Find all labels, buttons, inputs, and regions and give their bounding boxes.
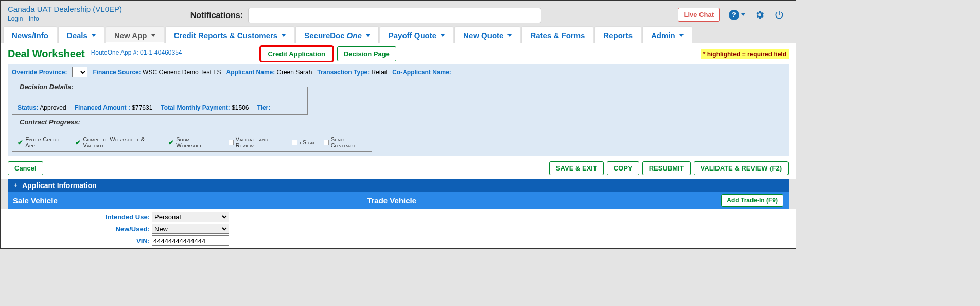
help-dropdown[interactable]: ?	[729, 10, 745, 20]
required-field-note: * highlighted = required field	[701, 49, 789, 59]
status-value: Approved	[40, 104, 66, 111]
applicant-info-header[interactable]: + Applicant Information	[8, 179, 789, 192]
contract-progress-legend: Contract Progress:	[18, 118, 82, 126]
add-trade-in-button[interactable]: Add Trade-In (F9)	[721, 194, 783, 207]
financed-amount-label: Financed Amount :	[75, 104, 130, 111]
decision-details-fieldset: Decision Details: Status: Approved Finan…	[12, 83, 308, 115]
login-link[interactable]: Login	[8, 15, 23, 22]
tab-admin[interactable]: Admin	[642, 26, 692, 43]
new-used-select[interactable]: New	[152, 224, 229, 234]
tab-deals[interactable]: Deals	[58, 26, 104, 43]
tab-credit-reports[interactable]: Credit Reports & Customers	[165, 26, 295, 43]
live-chat-button[interactable]: Live Chat	[678, 8, 720, 22]
expand-icon: +	[12, 182, 19, 189]
caret-down-icon	[679, 34, 684, 37]
tab-new-quote[interactable]: New Quote	[454, 26, 520, 43]
step-submit-worksheet: Submit Worksheet	[176, 136, 219, 148]
financed-amount-value: $77631	[132, 104, 152, 111]
caret-down-icon	[441, 34, 445, 37]
tab-reports[interactable]: Reports	[594, 26, 641, 43]
dealer-name: Canada UAT Dealership (VL0EP)	[8, 5, 122, 13]
sale-vehicle-title: Sale Vehicle	[13, 196, 367, 205]
override-province-select[interactable]: --	[72, 67, 87, 77]
tier-label: Tier:	[257, 104, 271, 111]
applicant-name-label: Applicant Name:	[226, 69, 275, 76]
tab-payoff-quote[interactable]: Payoff Quote	[380, 26, 453, 43]
caret-down-icon	[507, 34, 512, 37]
applicant-name-value: Green Sarah	[277, 69, 312, 76]
intended-use-select[interactable]: Personal	[152, 212, 229, 222]
coapplicant-name-label: Co-Applicant Name:	[392, 69, 451, 76]
cancel-button[interactable]: Cancel	[8, 161, 43, 175]
check-icon: ✔	[168, 139, 174, 146]
app-number: RouteOne App #: 01-1-40460354	[91, 49, 182, 56]
applicant-info-title: Applicant Information	[22, 181, 97, 190]
caret-down-icon	[741, 13, 745, 16]
power-icon	[774, 10, 784, 20]
new-used-label: New/Used:	[8, 225, 152, 233]
help-icon: ?	[729, 10, 739, 20]
step-send-contract: Send Contract	[331, 136, 366, 148]
caret-down-icon	[282, 34, 286, 37]
check-icon: ✔	[18, 139, 23, 146]
vehicle-section-header: Sale Vehicle Trade Vehicle Add Trade-In …	[8, 192, 789, 209]
deal-summary-strip: Override Province: -- Finance Source: WS…	[8, 64, 789, 80]
decision-page-button[interactable]: Decision Page	[337, 46, 396, 61]
finance-source-label: Finance Source:	[93, 69, 141, 76]
status-label: Status:	[18, 104, 39, 111]
tab-rates-forms[interactable]: Rates & Forms	[521, 26, 593, 43]
step-complete-worksheet: Complete Worksheet & Validate	[83, 136, 159, 148]
caret-down-icon	[151, 34, 155, 37]
resubmit-button[interactable]: RESUBMIT	[642, 161, 691, 175]
unchecked-box-icon	[229, 140, 234, 145]
decision-details-legend: Decision Details:	[18, 83, 76, 91]
override-province-label: Override Province:	[12, 69, 67, 76]
save-exit-button[interactable]: SAVE & EXIT	[549, 161, 604, 175]
caret-down-icon	[366, 34, 370, 37]
unchecked-box-icon	[324, 140, 329, 145]
settings-button[interactable]	[755, 10, 765, 20]
monthly-payment-value: $1506	[232, 104, 249, 111]
tab-news-info[interactable]: News/Info	[3, 26, 57, 43]
tab-new-app[interactable]: New App	[106, 26, 164, 43]
check-icon: ✔	[75, 139, 81, 146]
monthly-payment-label: Total Monthly Payment:	[161, 104, 230, 111]
notifications-panel	[248, 8, 541, 23]
credit-application-button[interactable]: Credit Application	[260, 46, 333, 61]
main-nav: News/Info Deals New App Credit Reports &…	[1, 26, 796, 43]
page-title: Deal Worksheet	[8, 48, 85, 60]
step-enter-credit: Enter Credit App	[25, 136, 66, 148]
vin-label: VIN:	[8, 237, 152, 245]
step-esign: eSign	[300, 139, 314, 145]
caret-down-icon	[92, 34, 96, 37]
copy-button[interactable]: COPY	[607, 161, 639, 175]
gear-icon	[755, 10, 765, 20]
notifications-label: Notifications:	[190, 11, 243, 20]
step-validate-review: Validate and Review	[236, 136, 283, 148]
logout-button[interactable]	[774, 10, 784, 20]
contract-progress-fieldset: Contract Progress: ✔Enter Credit App ✔Co…	[12, 118, 372, 152]
transaction-type-label: Transaction Type:	[317, 69, 370, 76]
tab-securedoc[interactable]: SecureDocOne	[295, 26, 379, 43]
transaction-type-value: Retail	[371, 69, 387, 76]
unchecked-box-icon	[292, 140, 297, 145]
intended-use-label: Intended Use:	[8, 213, 152, 221]
validate-review-button[interactable]: VALIDATE & REVIEW (F2)	[694, 161, 789, 175]
trade-vehicle-title: Trade Vehicle	[367, 196, 721, 205]
finance-source-value: WSC Generic Demo Test FS	[143, 69, 221, 76]
info-link[interactable]: Info	[29, 15, 39, 22]
vin-input[interactable]	[152, 235, 229, 246]
